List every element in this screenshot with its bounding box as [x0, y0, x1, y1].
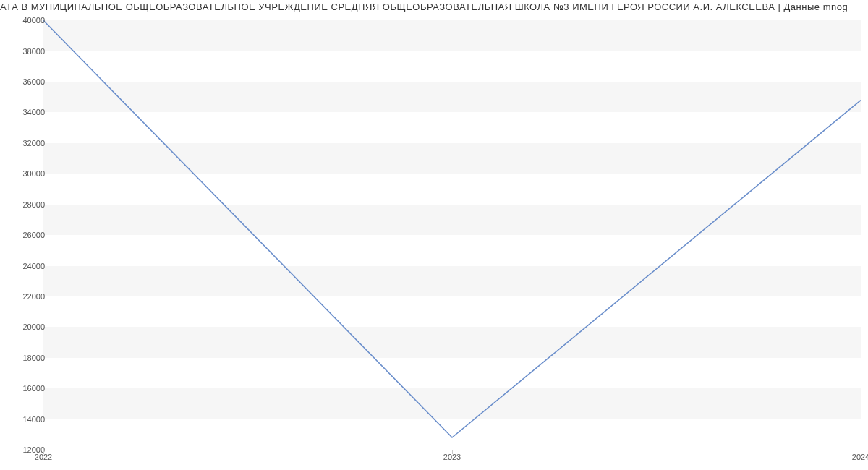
x-tick-label: 2024: [852, 453, 868, 461]
y-tick-label: 40000: [22, 16, 45, 25]
y-tick-label: 20000: [22, 322, 45, 331]
y-tick-label: 28000: [22, 200, 45, 209]
y-tick-label: 26000: [22, 231, 45, 239]
x-tick-mark: [43, 450, 44, 454]
y-tick-label: 32000: [22, 139, 45, 148]
line-series: [43, 17, 861, 450]
y-tick-label: 38000: [22, 47, 45, 56]
y-tick-label: 16000: [22, 384, 45, 393]
y-tick-label: 36000: [22, 77, 45, 86]
y-tick-label: 30000: [22, 169, 45, 178]
x-tick-mark: [861, 450, 861, 454]
plot-area: [43, 17, 861, 450]
y-tick-label: 34000: [22, 108, 45, 116]
x-tick-mark: [452, 450, 453, 454]
y-tick-label: 14000: [22, 415, 45, 424]
y-tick-label: 24000: [22, 262, 45, 270]
y-tick-label: 18000: [22, 354, 45, 362]
chart-title: АТА В МУНИЦИПАЛЬНОЕ ОБЩЕОБРАЗОВАТЕЛЬНОЕ …: [0, 1, 868, 12]
y-tick-label: 22000: [22, 292, 45, 301]
